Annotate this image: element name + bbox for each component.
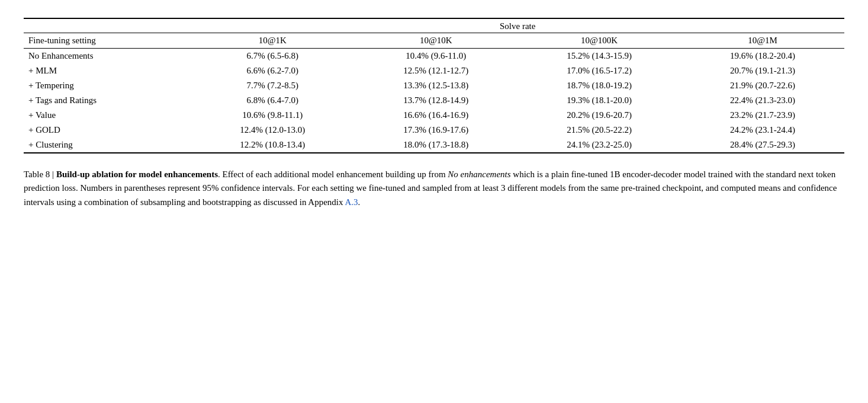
table-caption: Table 8 | Build-up ablation for model en… xyxy=(24,168,841,209)
col1-cell: 6.6% (6.2-7.0) xyxy=(191,63,354,78)
col4-cell: 20.7% (19.1-21.3) xyxy=(681,63,844,78)
col3-cell: 19.3% (18.1-20.0) xyxy=(517,93,681,108)
setting-cell: No Enhancements xyxy=(24,49,191,64)
col4-cell: 22.4% (21.3-23.0) xyxy=(681,93,844,108)
table-row: + Clustering12.2% (10.8-13.4)18.0% (17.3… xyxy=(24,137,844,153)
col3-header: 10@100K xyxy=(517,33,681,49)
col1-cell: 6.8% (6.4-7.0) xyxy=(191,93,354,108)
caption-text1: . Effect of each additional model enhanc… xyxy=(218,169,448,179)
col3-cell: 15.2% (14.3-15.9) xyxy=(517,49,681,64)
col3-cell: 24.1% (23.2-25.0) xyxy=(517,137,681,153)
col4-cell: 24.2% (23.1-24.4) xyxy=(681,123,844,137)
table-row: + Value10.6% (9.8-11.1)16.6% (16.4-16.9)… xyxy=(24,108,844,123)
col3-cell: 17.0% (16.5-17.2) xyxy=(517,63,681,78)
col2-cell: 17.3% (16.9-17.6) xyxy=(354,123,517,137)
col1-header: 10@1K xyxy=(191,33,354,49)
table-num: Table 8 xyxy=(24,169,50,179)
setting-cell: + GOLD xyxy=(24,123,191,137)
setting-cell: + Tempering xyxy=(24,78,191,93)
table-row: No Enhancements6.7% (6.5-6.8)10.4% (9.6-… xyxy=(24,49,844,64)
col2-cell: 12.5% (12.1-12.7) xyxy=(354,63,517,78)
setting-col-header: Fine-tuning setting xyxy=(24,33,191,49)
setting-cell: + MLM xyxy=(24,63,191,78)
col2-cell: 16.6% (16.4-16.9) xyxy=(354,108,517,123)
col1-cell: 12.2% (10.8-13.4) xyxy=(191,137,354,153)
col4-cell: 21.9% (20.7-22.6) xyxy=(681,78,844,93)
col4-cell: 23.2% (21.7-23.9) xyxy=(681,108,844,123)
setting-cell: + Value xyxy=(24,108,191,123)
col4-cell: 28.4% (27.5-29.3) xyxy=(681,137,844,153)
empty-header-cell xyxy=(24,18,191,33)
table-row: + Tags and Ratings6.8% (6.4-7.0)13.7% (1… xyxy=(24,93,844,108)
appendix-link[interactable]: A.3 xyxy=(345,197,358,207)
col2-header: 10@10K xyxy=(354,33,517,49)
solve-rate-label: Solve rate xyxy=(191,18,844,33)
col1-cell: 7.7% (7.2-8.5) xyxy=(191,78,354,93)
col2-cell: 13.3% (12.5-13.8) xyxy=(354,78,517,93)
col4-cell: 19.6% (18.2-20.4) xyxy=(681,49,844,64)
caption-italic: No enhancements xyxy=(448,169,510,179)
col4-header: 10@1M xyxy=(681,33,844,49)
setting-cell: + Clustering xyxy=(24,137,191,153)
table-container: Solve rate Fine-tuning setting 10@1K 10@… xyxy=(24,18,844,153)
solve-rate-header-row: Solve rate xyxy=(24,18,844,33)
col1-cell: 10.6% (9.8-11.1) xyxy=(191,108,354,123)
col2-cell: 10.4% (9.6-11.0) xyxy=(354,49,517,64)
table-row: + MLM6.6% (6.2-7.0)12.5% (12.1-12.7)17.0… xyxy=(24,63,844,78)
caption-bold: Build-up ablation for model enhancements xyxy=(56,169,218,179)
column-headers-row: Fine-tuning setting 10@1K 10@10K 10@100K… xyxy=(24,33,844,49)
col2-cell: 13.7% (12.8-14.9) xyxy=(354,93,517,108)
table-row: + Tempering7.7% (7.2-8.5)13.3% (12.5-13.… xyxy=(24,78,844,93)
col1-cell: 12.4% (12.0-13.0) xyxy=(191,123,354,137)
caption-text3: . xyxy=(358,197,361,207)
col3-cell: 18.7% (18.0-19.2) xyxy=(517,78,681,93)
results-table: Solve rate Fine-tuning setting 10@1K 10@… xyxy=(24,18,844,153)
setting-cell: + Tags and Ratings xyxy=(24,93,191,108)
col1-cell: 6.7% (6.5-6.8) xyxy=(191,49,354,64)
col2-cell: 18.0% (17.3-18.8) xyxy=(354,137,517,153)
col3-cell: 21.5% (20.5-22.2) xyxy=(517,123,681,137)
col3-cell: 20.2% (19.6-20.7) xyxy=(517,108,681,123)
table-row: + GOLD12.4% (12.0-13.0)17.3% (16.9-17.6)… xyxy=(24,123,844,137)
